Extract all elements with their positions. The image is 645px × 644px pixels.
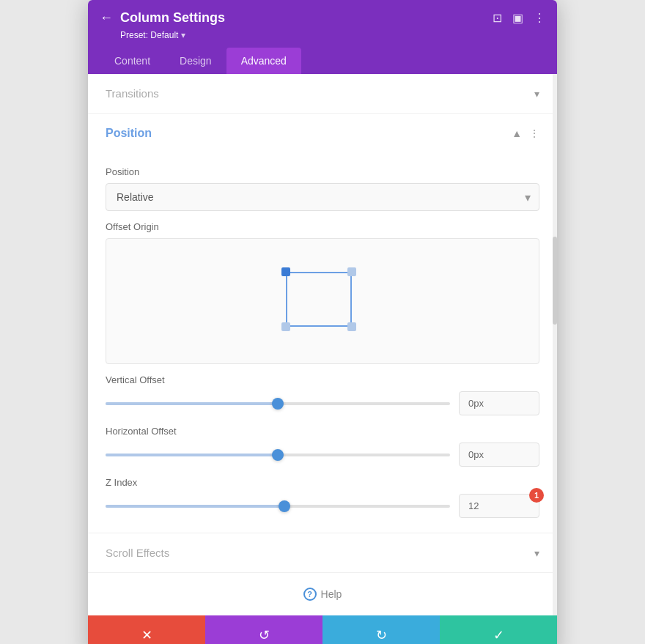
horizontal-offset-label: Horizontal Offset [106,426,539,437]
position-more[interactable]: ⋮ [529,127,539,139]
origin-dot-top-right[interactable] [347,267,356,276]
scrollbar-track[interactable] [553,74,557,615]
panel-title: Column Settings [120,10,225,26]
transitions-header[interactable]: Transitions ▾ [88,74,557,113]
position-field-label: Position [106,166,539,177]
help-row[interactable]: ? Help [88,573,557,615]
horizontal-offset-slider[interactable] [106,454,450,456]
z-index-badge: 1 [529,488,544,503]
panel-header: ← Column Settings ⊡ ▣ ⋮ Preset: Default … [88,0,557,74]
vertical-offset-label: Vertical Offset [106,374,539,385]
position-header[interactable]: Position ▲ ⋮ [88,114,557,153]
vertical-offset-row: 0px [106,391,539,415]
position-section: Position ▲ ⋮ Position Relative Absolute … [88,114,557,533]
help-icon: ? [303,588,317,601]
position-select[interactable]: Relative Absolute Fixed [106,183,539,211]
tab-advanced[interactable]: Advanced [226,48,301,74]
z-index-row: 12 1 [106,494,539,518]
position-title: Position [106,127,152,140]
horizontal-offset-row: 0px [106,443,539,467]
horizontal-offset-value[interactable]: 0px [459,443,539,467]
z-index-value-wrapper: 12 1 [459,494,539,518]
position-select-wrapper: Relative Absolute Fixed ▾ [106,183,539,211]
panel-body: Transitions ▾ Position ▲ ⋮ Position [88,74,557,615]
offset-origin-label: Offset Origin [106,221,539,232]
header-title-group: ← Column Settings [100,10,225,26]
position-section-icons: ▲ ⋮ [512,127,539,139]
tab-design[interactable]: Design [165,48,226,74]
vertical-offset-slider[interactable] [106,402,450,405]
tab-content[interactable]: Content [100,48,165,74]
header-icons: ⊡ ▣ ⋮ [493,11,545,25]
z-index-label: Z Index [106,477,539,488]
save-button[interactable]: ✓ [440,615,557,644]
vertical-offset-value[interactable]: 0px [459,391,539,415]
origin-dot-bottom-right[interactable] [347,322,356,331]
scroll-effects-header[interactable]: Scroll Effects ▾ [88,533,557,572]
transitions-section: Transitions ▾ [88,74,557,114]
column-settings-panel: ← Column Settings ⊡ ▣ ⋮ Preset: Default … [88,0,557,644]
preset-label[interactable]: Preset: Default ▾ [100,30,545,40]
z-index-value[interactable]: 12 [459,494,539,518]
tabs-bar: Content Design Advanced [100,48,545,74]
panel-footer: ✕ ↺ ↻ ✓ [88,615,557,644]
cancel-button[interactable]: ✕ [88,615,205,644]
scroll-effects-chevron: ▾ [534,547,539,559]
help-label: Help [321,588,342,600]
redo-button[interactable]: ↻ [322,615,440,644]
offset-origin-grid[interactable] [106,238,539,364]
scroll-effects-title: Scroll Effects [106,547,169,559]
transitions-title: Transitions [106,87,159,100]
position-body: Position Relative Absolute Fixed ▾ Offse… [88,153,557,533]
scroll-effects-section: Scroll Effects ▾ [88,533,557,573]
layout-icon[interactable]: ▣ [512,11,523,25]
body-content: Transitions ▾ Position ▲ ⋮ Position [88,74,557,615]
back-button[interactable]: ← [100,10,113,26]
header-top: ← Column Settings ⊡ ▣ ⋮ [100,10,545,26]
more-icon[interactable]: ⋮ [534,11,545,25]
origin-dot-top-left[interactable] [281,267,290,276]
scrollbar-thumb[interactable] [553,237,557,325]
position-chevron: ▲ [512,127,522,139]
origin-dot-bottom-left[interactable] [281,322,290,331]
transitions-chevron: ▾ [534,88,539,100]
focus-icon[interactable]: ⊡ [493,11,502,25]
undo-button[interactable]: ↺ [205,615,322,644]
z-index-slider[interactable] [106,505,450,508]
